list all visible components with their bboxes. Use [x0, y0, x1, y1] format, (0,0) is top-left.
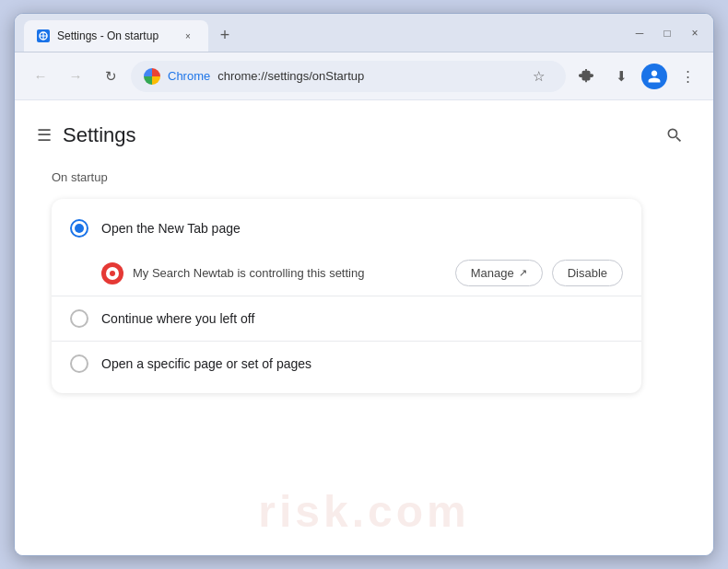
extension-icon[interactable]: [571, 62, 601, 91]
reload-button[interactable]: ↻: [96, 62, 125, 91]
chrome-label: Chrome: [168, 69, 210, 83]
tab-favicon: [37, 29, 50, 42]
option-specific-page-label: Open a specific page or set of pages: [101, 356, 311, 371]
more-menu-button[interactable]: ⋮: [673, 62, 702, 91]
extension-icon-inner: [106, 267, 119, 280]
title-bar: Settings - On startup × + ─ □ ×: [15, 14, 713, 52]
settings-title-area: ☰ Settings: [37, 123, 136, 147]
disable-button[interactable]: Disable: [552, 260, 623, 286]
disable-label: Disable: [568, 266, 607, 280]
download-icon[interactable]: ⬇: [606, 62, 636, 91]
address-bar-icons: ☆: [523, 62, 553, 91]
new-tab-button[interactable]: +: [212, 22, 238, 48]
option-new-tab[interactable]: Open the New Tab page: [52, 206, 641, 250]
watermark: risk.com: [258, 486, 469, 537]
close-button[interactable]: ×: [687, 26, 702, 41]
option-new-tab-label: Open the New Tab page: [101, 221, 241, 236]
chrome-logo-icon: [144, 68, 160, 85]
maximize-button[interactable]: □: [660, 26, 675, 41]
on-startup-section: On startup Open the New Tab page: [15, 161, 713, 402]
section-title: On startup: [52, 170, 676, 184]
radio-new-tab-fill: [75, 224, 84, 233]
minimize-button[interactable]: ─: [632, 26, 647, 41]
address-bar[interactable]: Chrome chrome://settings/onStartup ☆: [131, 61, 566, 92]
settings-search-button[interactable]: [658, 119, 691, 152]
radio-specific-page[interactable]: [70, 354, 88, 373]
manage-external-icon: ↗: [519, 267, 527, 279]
tab-close-button[interactable]: ×: [181, 29, 195, 43]
bookmark-icon[interactable]: ☆: [523, 62, 553, 91]
extension-label: My Search Newtab is controlling this set…: [133, 266, 446, 280]
browser-window: Settings - On startup × + ─ □ × ← → ↻ Ch…: [14, 13, 714, 556]
settings-header: ☰ Settings: [15, 100, 713, 161]
page-content: ☰ Settings On startup Open the New Tab p…: [15, 100, 713, 555]
settings-page-title: Settings: [63, 123, 136, 147]
active-tab[interactable]: Settings - On startup ×: [24, 20, 208, 52]
options-card: Open the New Tab page My Search Newtab i…: [52, 199, 641, 393]
url-display: chrome://settings/onStartup: [217, 69, 364, 83]
manage-button[interactable]: Manage ↗: [455, 260, 543, 286]
extension-icon-dot: [110, 271, 115, 276]
profile-button[interactable]: [641, 64, 667, 89]
navigation-bar: ← → ↻ Chrome chrome://settings/onStartup…: [15, 52, 713, 100]
tab-title: Settings - On startup: [57, 29, 159, 42]
manage-label: Manage: [471, 266, 514, 280]
extension-logo-icon: [101, 262, 123, 284]
radio-continue[interactable]: [70, 309, 88, 328]
forward-button[interactable]: →: [61, 62, 90, 91]
option-continue-label: Continue where you left off: [101, 311, 254, 326]
radio-new-tab[interactable]: [70, 219, 88, 238]
window-controls: ─ □ ×: [632, 26, 702, 41]
back-button[interactable]: ←: [26, 62, 55, 91]
hamburger-icon[interactable]: ☰: [37, 125, 52, 145]
extension-row: My Search Newtab is controlling this set…: [52, 250, 641, 296]
extension-buttons: Manage ↗ Disable: [455, 260, 623, 286]
option-continue[interactable]: Continue where you left off: [52, 296, 641, 341]
option-specific-page[interactable]: Open a specific page or set of pages: [52, 342, 641, 386]
